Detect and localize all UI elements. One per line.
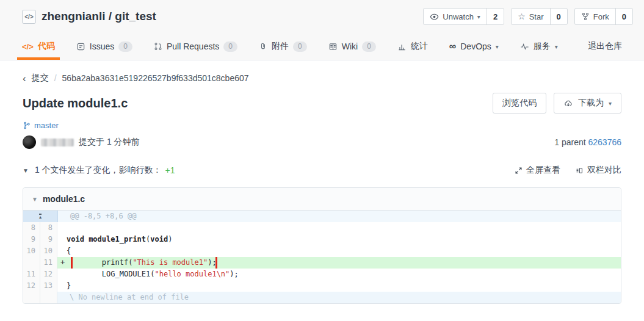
file-collapse-caret-icon[interactable]: ▼	[32, 196, 38, 203]
commit-title-row: Update module1.c 浏览代码 下载为 ▾	[23, 93, 621, 114]
star-count[interactable]: 0	[550, 9, 567, 24]
diff-marker	[57, 234, 67, 245]
tab-statistics[interactable]: 统计	[397, 33, 428, 60]
no-newline-text: \ No newline at end of file	[57, 292, 621, 303]
repo-actions: Unwatch ▾ 2 ☆ Star 0	[423, 8, 633, 25]
diff-file-name: module1.c	[43, 194, 85, 204]
unwatch-button[interactable]: Unwatch ▾ 2	[423, 8, 504, 25]
view-options: 全屏查看 双栏对比	[515, 165, 621, 176]
breadcrumb: ‹ 提交 / 56ba2aba3631e519226527b9f633d501c…	[23, 73, 621, 84]
old-line-number	[23, 257, 40, 269]
diff-marker	[57, 222, 67, 234]
branch-name-link[interactable]: master	[34, 121, 59, 130]
diff-marker	[57, 245, 67, 257]
caret-down-icon: ▾	[555, 43, 558, 50]
download-label: 下载为	[578, 98, 604, 109]
split-view-button[interactable]: 双栏对比	[575, 165, 621, 176]
new-line-number: 12	[40, 269, 57, 280]
tab-wiki[interactable]: Wiki 0	[328, 33, 376, 60]
back-chevron-icon[interactable]: ‹	[23, 73, 26, 84]
caret-down-icon: ▾	[496, 43, 499, 50]
download-button[interactable]: 下载为 ▾	[554, 93, 621, 114]
new-line-number: 13	[40, 280, 57, 292]
new-line-number: 9	[40, 234, 57, 245]
caret-down-icon: ▾	[477, 13, 480, 20]
old-line-number	[23, 292, 40, 303]
star-button[interactable]: ☆ Star 0	[511, 8, 568, 25]
repo-code-icon: </>	[22, 10, 36, 24]
code-line: }	[57, 280, 621, 292]
tab-pull-requests[interactable]: Pull Requests 0	[154, 33, 237, 60]
code-line	[57, 222, 621, 234]
hunk-expand-button[interactable]: ▲	[23, 211, 58, 222]
diff-marker	[57, 280, 67, 292]
tab-code-label: 代码	[38, 41, 55, 52]
tab-devops[interactable]: ∞ DevOps ▾	[449, 33, 499, 60]
commit-title: Update module1.c	[23, 96, 128, 110]
commit-time-text: 提交于 1 分钟前	[79, 137, 140, 148]
fullscreen-label: 全屏查看	[526, 165, 560, 176]
new-line-number: 8	[40, 222, 57, 234]
tab-pull-requests-label: Pull Requests	[167, 41, 219, 51]
tab-devops-label: DevOps	[460, 41, 491, 51]
paperclip-icon	[259, 42, 267, 51]
breadcrumb-separator: /	[54, 73, 57, 83]
old-line-number: 8	[23, 222, 40, 234]
diff-row: ▲@@ -8,5 +8,6 @@	[23, 211, 621, 222]
fullscreen-icon	[515, 167, 523, 175]
tab-attachments[interactable]: 附件 0	[259, 33, 307, 60]
pull-request-icon	[154, 42, 162, 51]
caret-down-icon: ▾	[609, 100, 612, 107]
old-line-number: 11	[23, 269, 40, 280]
diff-row: 88	[23, 222, 621, 234]
diff-file-header[interactable]: ▼ module1.c	[23, 188, 621, 211]
diff-marker	[57, 269, 67, 280]
expand-up-icon: ▲	[39, 214, 42, 220]
exit-repo-link[interactable]: 退出仓库	[588, 33, 622, 60]
pull-requests-count-badge: 0	[223, 41, 237, 52]
watch-count[interactable]: 2	[487, 9, 504, 24]
added-lines-count: +1	[165, 165, 175, 175]
diff-row: 1112 LOG_MODULE1("hello module1\n");	[23, 269, 621, 280]
unwatch-label: Unwatch	[443, 12, 474, 21]
cloud-download-icon	[563, 99, 573, 108]
browse-code-button[interactable]: 浏览代码	[493, 93, 546, 114]
old-line-number: 12	[23, 280, 40, 292]
hunk-header-text: @@ -8,5 +8,6 @@	[58, 211, 621, 222]
diff-panel: ▼ module1.c ▲@@ -8,5 +8,6 @@88 99 void m…	[23, 187, 621, 304]
tab-statistics-label: 统计	[411, 41, 428, 52]
fork-icon	[581, 12, 590, 21]
browse-code-label: 浏览代码	[502, 98, 537, 109]
author-row: 提交于 1 分钟前 1 parent 6263766	[23, 135, 621, 149]
star-label: Star	[529, 12, 544, 21]
parent-hash-link[interactable]: 6263766	[588, 137, 621, 147]
collapse-caret-icon[interactable]: ▼	[23, 167, 29, 174]
tab-issues[interactable]: Issues 0	[76, 33, 132, 60]
wiki-icon	[328, 42, 338, 51]
parent-info: 1 parent 6263766	[554, 137, 621, 147]
code-line: void module1_print(void)	[57, 234, 621, 245]
author-name-redacted[interactable]	[41, 139, 74, 146]
diff-row: 1010 {	[23, 245, 621, 257]
commit-hash: 56ba2aba3631e519226527b9f633d501c8cbe607	[62, 73, 249, 83]
fullscreen-button[interactable]: 全屏查看	[515, 165, 560, 176]
issues-icon	[76, 42, 85, 51]
branch-icon	[23, 121, 31, 129]
fork-button[interactable]: Fork 0	[574, 8, 633, 25]
diff-row: 11+ printf("This is module1");	[23, 257, 621, 269]
repo-nav: </> 代码 Issues 0 Pull Requests 0	[0, 33, 644, 60]
diff-row: \ No newline at end of file	[23, 292, 621, 303]
avatar[interactable]	[23, 135, 36, 149]
issues-count-badge: 0	[118, 41, 132, 52]
summary-text: 1 个文件发生了变化，影响行数：	[35, 165, 162, 176]
new-line-number: 10	[40, 245, 57, 257]
split-view-label: 双栏对比	[587, 165, 621, 176]
new-line-number	[40, 292, 57, 303]
tab-services[interactable]: 服务 ▾	[520, 33, 558, 60]
split-view-icon	[575, 167, 584, 175]
breadcrumb-commits-link[interactable]: 提交	[32, 73, 49, 84]
tab-code[interactable]: </> 代码	[22, 33, 55, 60]
fork-count[interactable]: 0	[615, 9, 632, 24]
pulse-icon	[520, 42, 529, 51]
diff-row: 99 void module1_print(void)	[23, 234, 621, 245]
